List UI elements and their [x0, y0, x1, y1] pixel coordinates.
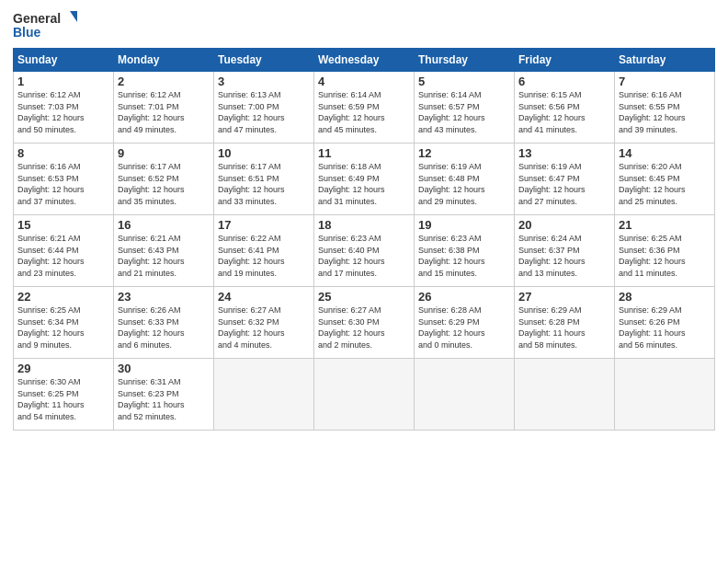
day-number: 8: [17, 146, 109, 160]
day-info: Sunrise: 6:18 AM Sunset: 6:49 PM Dayligh…: [318, 161, 410, 207]
day-info: Sunrise: 6:16 AM Sunset: 6:53 PM Dayligh…: [17, 161, 109, 207]
logo: General Blue: [13, 9, 77, 42]
day-info: Sunrise: 6:17 AM Sunset: 6:51 PM Dayligh…: [218, 161, 310, 207]
weekday-header-thursday: Thursday: [415, 49, 515, 72]
day-number: 27: [518, 290, 610, 304]
day-number: 3: [218, 75, 310, 88]
svg-text:General: General: [13, 11, 61, 26]
day-info: Sunrise: 6:19 AM Sunset: 6:47 PM Dayligh…: [518, 161, 610, 207]
day-number: 12: [418, 146, 510, 160]
calendar-cell: 11Sunrise: 6:18 AM Sunset: 6:49 PM Dayli…: [314, 144, 415, 215]
day-info: Sunrise: 6:13 AM Sunset: 7:00 PM Dayligh…: [218, 89, 310, 135]
day-info: Sunrise: 6:27 AM Sunset: 6:30 PM Dayligh…: [318, 304, 410, 350]
day-info: Sunrise: 6:20 AM Sunset: 6:45 PM Dayligh…: [619, 161, 711, 207]
calendar-cell: [214, 359, 314, 431]
day-number: 20: [518, 218, 610, 232]
day-info: Sunrise: 6:14 AM Sunset: 6:59 PM Dayligh…: [318, 89, 410, 135]
header: General Blue: [13, 9, 715, 42]
calendar-cell: 1Sunrise: 6:12 AM Sunset: 7:03 PM Daylig…: [14, 72, 114, 144]
day-number: 30: [118, 362, 210, 375]
day-info: Sunrise: 6:26 AM Sunset: 6:33 PM Dayligh…: [118, 304, 210, 350]
weekday-header-row: SundayMondayTuesdayWednesdayThursdayFrid…: [14, 49, 715, 72]
weekday-header-wednesday: Wednesday: [314, 49, 415, 72]
day-number: 29: [17, 362, 109, 375]
day-number: 22: [17, 290, 109, 304]
day-number: 7: [619, 75, 711, 88]
day-number: 24: [218, 290, 310, 304]
calendar-week-row: 8Sunrise: 6:16 AM Sunset: 6:53 PM Daylig…: [14, 144, 715, 215]
day-number: 28: [619, 290, 711, 304]
calendar-cell: 8Sunrise: 6:16 AM Sunset: 6:53 PM Daylig…: [14, 144, 114, 215]
calendar-table: SundayMondayTuesdayWednesdayThursdayFrid…: [13, 48, 715, 431]
day-number: 9: [118, 146, 210, 160]
calendar-cell: 10Sunrise: 6:17 AM Sunset: 6:51 PM Dayli…: [214, 144, 314, 215]
day-info: Sunrise: 6:27 AM Sunset: 6:32 PM Dayligh…: [218, 304, 310, 350]
calendar-cell: [314, 359, 415, 431]
calendar-cell: [515, 359, 615, 431]
day-number: 21: [619, 218, 711, 232]
day-number: 15: [17, 218, 109, 232]
day-info: Sunrise: 6:16 AM Sunset: 6:55 PM Dayligh…: [619, 89, 711, 135]
day-info: Sunrise: 6:29 AM Sunset: 6:26 PM Dayligh…: [619, 304, 711, 350]
day-info: Sunrise: 6:29 AM Sunset: 6:28 PM Dayligh…: [518, 304, 610, 350]
calendar-cell: 22Sunrise: 6:25 AM Sunset: 6:34 PM Dayli…: [14, 287, 114, 359]
day-number: 25: [318, 290, 410, 304]
day-info: Sunrise: 6:31 AM Sunset: 6:23 PM Dayligh…: [118, 376, 210, 422]
day-number: 1: [17, 75, 109, 88]
calendar-cell: 28Sunrise: 6:29 AM Sunset: 6:26 PM Dayli…: [615, 287, 715, 359]
calendar-cell: 3Sunrise: 6:13 AM Sunset: 7:00 PM Daylig…: [214, 72, 314, 144]
day-number: 11: [318, 146, 410, 160]
calendar-cell: 24Sunrise: 6:27 AM Sunset: 6:32 PM Dayli…: [214, 287, 314, 359]
calendar-week-row: 1Sunrise: 6:12 AM Sunset: 7:03 PM Daylig…: [14, 72, 715, 144]
calendar-cell: 16Sunrise: 6:21 AM Sunset: 6:43 PM Dayli…: [114, 215, 214, 287]
calendar-cell: 13Sunrise: 6:19 AM Sunset: 6:47 PM Dayli…: [515, 144, 615, 215]
weekday-header-monday: Monday: [114, 49, 214, 72]
day-info: Sunrise: 6:19 AM Sunset: 6:48 PM Dayligh…: [418, 161, 510, 207]
page-container: General Blue SundayMondayTuesdayWednesda…: [0, 0, 728, 440]
calendar-week-row: 15Sunrise: 6:21 AM Sunset: 6:44 PM Dayli…: [14, 215, 715, 287]
calendar-cell: 12Sunrise: 6:19 AM Sunset: 6:48 PM Dayli…: [415, 144, 515, 215]
day-info: Sunrise: 6:21 AM Sunset: 6:44 PM Dayligh…: [17, 233, 109, 279]
calendar-cell: 4Sunrise: 6:14 AM Sunset: 6:59 PM Daylig…: [314, 72, 415, 144]
day-info: Sunrise: 6:22 AM Sunset: 6:41 PM Dayligh…: [218, 233, 310, 279]
day-info: Sunrise: 6:17 AM Sunset: 6:52 PM Dayligh…: [118, 161, 210, 207]
day-info: Sunrise: 6:25 AM Sunset: 6:36 PM Dayligh…: [619, 233, 711, 279]
day-number: 26: [418, 290, 510, 304]
day-info: Sunrise: 6:15 AM Sunset: 6:56 PM Dayligh…: [518, 89, 610, 135]
calendar-cell: 7Sunrise: 6:16 AM Sunset: 6:55 PM Daylig…: [615, 72, 715, 144]
day-number: 4: [318, 75, 410, 88]
calendar-cell: 20Sunrise: 6:24 AM Sunset: 6:37 PM Dayli…: [515, 215, 615, 287]
calendar-cell: 19Sunrise: 6:23 AM Sunset: 6:38 PM Dayli…: [415, 215, 515, 287]
day-info: Sunrise: 6:12 AM Sunset: 7:03 PM Dayligh…: [17, 89, 109, 135]
calendar-week-row: 29Sunrise: 6:30 AM Sunset: 6:25 PM Dayli…: [14, 359, 715, 431]
calendar-cell: 15Sunrise: 6:21 AM Sunset: 6:44 PM Dayli…: [14, 215, 114, 287]
calendar-cell: 21Sunrise: 6:25 AM Sunset: 6:36 PM Dayli…: [615, 215, 715, 287]
svg-marker-2: [70, 11, 77, 22]
calendar-cell: 9Sunrise: 6:17 AM Sunset: 6:52 PM Daylig…: [114, 144, 214, 215]
weekday-header-saturday: Saturday: [615, 49, 715, 72]
calendar-cell: 5Sunrise: 6:14 AM Sunset: 6:57 PM Daylig…: [415, 72, 515, 144]
day-number: 14: [619, 146, 711, 160]
day-info: Sunrise: 6:23 AM Sunset: 6:40 PM Dayligh…: [318, 233, 410, 279]
day-number: 5: [418, 75, 510, 88]
day-info: Sunrise: 6:28 AM Sunset: 6:29 PM Dayligh…: [418, 304, 510, 350]
calendar-cell: 14Sunrise: 6:20 AM Sunset: 6:45 PM Dayli…: [615, 144, 715, 215]
day-number: 16: [118, 218, 210, 232]
calendar-cell: 18Sunrise: 6:23 AM Sunset: 6:40 PM Dayli…: [314, 215, 415, 287]
calendar-cell: 26Sunrise: 6:28 AM Sunset: 6:29 PM Dayli…: [415, 287, 515, 359]
day-number: 18: [318, 218, 410, 232]
day-info: Sunrise: 6:23 AM Sunset: 6:38 PM Dayligh…: [418, 233, 510, 279]
calendar-cell: [615, 359, 715, 431]
calendar-cell: 30Sunrise: 6:31 AM Sunset: 6:23 PM Dayli…: [114, 359, 214, 431]
calendar-cell: 2Sunrise: 6:12 AM Sunset: 7:01 PM Daylig…: [114, 72, 214, 144]
calendar-cell: 29Sunrise: 6:30 AM Sunset: 6:25 PM Dayli…: [14, 359, 114, 431]
calendar-cell: 6Sunrise: 6:15 AM Sunset: 6:56 PM Daylig…: [515, 72, 615, 144]
calendar-cell: 23Sunrise: 6:26 AM Sunset: 6:33 PM Dayli…: [114, 287, 214, 359]
day-info: Sunrise: 6:21 AM Sunset: 6:43 PM Dayligh…: [118, 233, 210, 279]
day-number: 23: [118, 290, 210, 304]
weekday-header-tuesday: Tuesday: [214, 49, 314, 72]
day-number: 19: [418, 218, 510, 232]
calendar-cell: 25Sunrise: 6:27 AM Sunset: 6:30 PM Dayli…: [314, 287, 415, 359]
day-number: 17: [218, 218, 310, 232]
logo-icon: General Blue: [13, 9, 77, 42]
